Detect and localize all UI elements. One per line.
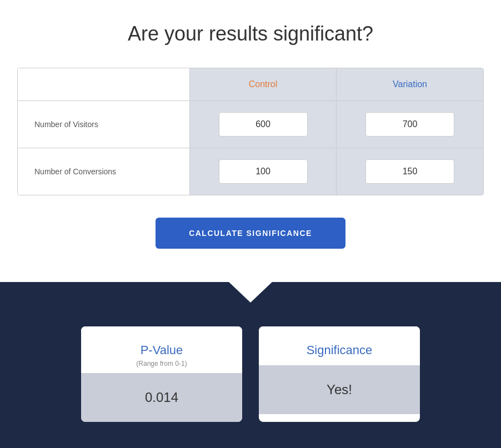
variation-visitors-cell [337, 100, 483, 148]
significance-card-header: Significance [259, 326, 420, 365]
variation-conversions-input[interactable] [365, 159, 454, 184]
data-table: Control Variation Number of Visitors Num… [17, 68, 484, 195]
header-variation-cell: Variation [337, 68, 483, 100]
significance-card-body: Yes! [259, 365, 420, 414]
visitors-row-label: Number of Visitors [18, 100, 190, 148]
conversions-row-label: Number of Conversions [18, 148, 190, 195]
calculate-button[interactable]: CALCULATE SIGNIFICANCE [156, 218, 345, 249]
pvalue-card-body: 0.014 [81, 373, 242, 422]
variation-visitors-input[interactable] [365, 112, 454, 137]
pvalue-title: P-Value [92, 343, 231, 358]
pvalue-value: 0.014 [92, 390, 231, 405]
variation-conversions-cell [337, 148, 483, 195]
control-conversions-input[interactable] [219, 159, 308, 184]
control-conversions-cell [190, 148, 337, 195]
significance-value: Yes! [270, 382, 409, 397]
top-section: Are your results significant? Control Va… [0, 0, 501, 282]
results-grid: P-Value (Range from 0-1) 0.014 Significa… [81, 326, 420, 422]
significance-card: Significance Yes! [259, 326, 420, 422]
page-title: Are your results significant? [128, 22, 373, 46]
pvalue-subtitle: (Range from 0-1) [92, 360, 231, 368]
bottom-section: P-Value (Range from 0-1) 0.014 Significa… [0, 282, 501, 448]
header-control-cell: Control [190, 68, 337, 100]
significance-title: Significance [270, 343, 409, 358]
control-visitors-cell [190, 100, 337, 148]
control-visitors-input[interactable] [219, 112, 308, 137]
header-empty-cell [18, 68, 190, 100]
pvalue-card-header: P-Value (Range from 0-1) [81, 326, 242, 373]
table-grid: Control Variation Number of Visitors Num… [18, 68, 483, 195]
pvalue-card: P-Value (Range from 0-1) 0.014 [81, 326, 242, 422]
variation-label: Variation [393, 79, 427, 89]
control-label: Control [249, 79, 278, 89]
